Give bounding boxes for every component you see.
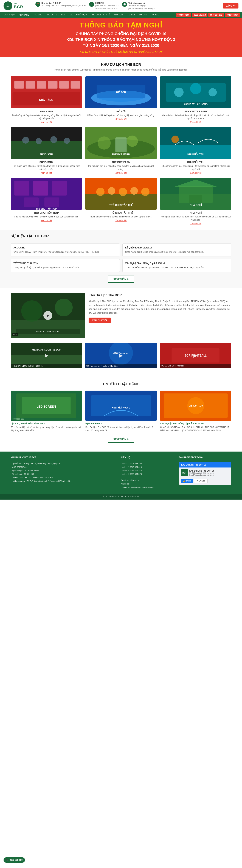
- top-bar: THE BCR 📍 Khu du lịch THE BCR 191 Đường …: [0, 0, 242, 12]
- attractions-section: KHU DU LỊCH THE BCR Khu du lịch nghĩ dưỡ…: [0, 57, 242, 230]
- svg-point-26: [50, 136, 57, 143]
- nha-nghi-see-more[interactable]: Xem chi tiết: [160, 222, 231, 225]
- fb-page-likes: 17.269 người đã thích trang này: [189, 472, 215, 474]
- fb-like-button[interactable]: 👍 Thích: [181, 479, 193, 483]
- logo-bcr: BCR: [14, 5, 23, 9]
- hotline-info: 📞 HOTLINE (028) 038 100 - 0946 664 616 0…: [89, 2, 119, 10]
- phone-btn-2[interactable]: 0983 505 253: [192, 13, 208, 17]
- phone-btn-4[interactable]: 0946 664 616: [225, 13, 240, 17]
- svg-rect-42: [52, 181, 67, 196]
- event-le-quoc-khanh-desc: Chào mừng dịp lễ Quốc Khánh 2/9/2019 KDL…: [125, 250, 229, 254]
- lego-see-more[interactable]: Xem chi tiết: [160, 121, 231, 124]
- nav-gioi-thieu[interactable]: GIỚI THIỆU: [2, 12, 17, 18]
- top-info: 📍 Khu du lịch THE BCR 191 Đường Tám Đa, …: [35, 2, 219, 10]
- nav-tro-choi-tap-the[interactable]: TRÒ CHƠI TẬP THỂ: [89, 12, 112, 18]
- footer-hotline2: Hotline 2: 0946 664 616: [121, 466, 174, 469]
- small-video-1[interactable]: THE BOAT CLUB RESORT ▶ THE BOAT CLUB RES…: [11, 343, 82, 368]
- intro-xem-chi-tiet-button[interactable]: XEM CHI TIẾT: [89, 317, 111, 323]
- nha-nghi-desc: Không khí thiên nhiên và trong lành hứa …: [160, 215, 231, 221]
- small-video-2-label: #10 Promore By Phantore THE BC...: [85, 364, 157, 368]
- ho-boi-see-more[interactable]: Xem chi tiết: [85, 118, 157, 120]
- svg-rect-81: [91, 395, 151, 416]
- events-section: SỰ KIỆN TẠI THE BCR ACOUSTIC CÁC CHẶT TH…: [0, 230, 242, 288]
- footer-hotline1: Hotline 1: 0903 038 100: [121, 462, 174, 466]
- small-video-3[interactable]: BCR PAINTBALL ▶ Khu Du Lịch BCR Paintbal…: [160, 343, 231, 368]
- intro-title: Khu Du Lịch The BCR: [89, 293, 231, 297]
- event-van-nghe: Văn Nghệ Chào Mừng Dịp Lễ 30/4 và ....>>…: [122, 259, 232, 272]
- nav-tro-choi[interactable]: TRÒ CHƠI: [31, 12, 45, 18]
- svg-rect-6: [48, 81, 58, 89]
- nav-ho-boi[interactable]: HỒ BƠI: [125, 12, 137, 18]
- footer-email: Email: info@thebcr.vn: [121, 479, 174, 482]
- footer-mail-gop: phongmachsachnguoicho@gmail.com: [121, 486, 174, 489]
- svg-rect-41: [33, 181, 48, 196]
- small-play-icon-2: ▶: [119, 352, 123, 358]
- svg-text:Hyundai Fest 2: Hyundai Fest 2: [112, 406, 130, 409]
- tro-choi-hon-hop-see-more[interactable]: Xem chi tiết: [11, 219, 82, 222]
- phone-btn-1[interactable]: 0903 038 100: [176, 13, 191, 17]
- ben-tau-see-more[interactable]: Xem chi tiết: [160, 172, 231, 174]
- nha-nghi-name: NHÀ NGHỈ: [160, 211, 231, 214]
- svg-text:NHÀ HÀNG: NHÀ HÀNG: [39, 98, 53, 101]
- attraction-nha-nghi: NHÀ NGHỈ NHÀ NGHỈ Không khí thiên nhiên …: [160, 178, 231, 225]
- view-count: 484: [12, 333, 18, 336]
- logo-the: THE: [14, 3, 23, 5]
- phone-btn-3[interactable]: 0943 934 373: [208, 13, 224, 17]
- footer-contact-title: LIÊN HỆ: [121, 456, 174, 460]
- nav-nha-hang[interactable]: NHÀ HÀNG: [17, 12, 31, 18]
- nav-du-lich[interactable]: DU LỊCH SINH THÁI: [46, 12, 67, 18]
- news-van-nghe: LỄ 30/4 - 1/5 Văn Nghệ Chào Mừng Dịp Lễ …: [160, 391, 231, 432]
- footer-col-contact: LIÊN HỆ Hotline 1: 0903 038 100 Hotline …: [121, 456, 174, 489]
- nha-hang-see-more[interactable]: Xem chi tiết: [11, 121, 82, 124]
- nav-tin-tuc[interactable]: TIN TỨC: [149, 12, 161, 18]
- events-grid: ACOUSTIC CÁC CHẶT THOA THOÁ TẦN HƯỚNG CU…: [11, 244, 231, 272]
- events-xem-them-button[interactable]: XEM THÊM >: [108, 276, 134, 283]
- fb-share-button[interactable]: ↗ Chia sẻ: [194, 479, 208, 483]
- svg-rect-58: [189, 194, 202, 203]
- svg-text:LED SCREEN: LED SCREEN: [37, 405, 56, 408]
- book-button[interactable]: ĐĂNG KÝ: [223, 3, 238, 8]
- logo-area: THE BCR: [4, 1, 32, 10]
- bcr-farm-see-more[interactable]: Xem chi tiết: [85, 172, 157, 174]
- sung-son-name: SÚNG SƠN: [11, 161, 82, 163]
- small-videos-row: THE BOAT CLUB RESORT ▶ THE BOAT CLUB RES…: [0, 343, 242, 373]
- fb-panel-content: BCR Khu Du Lịch The BCR-09 17.269 người …: [179, 467, 231, 485]
- svg-point-1: [8, 4, 8, 5]
- fb-page-follows: 17.527 người theo dõi trang này: [189, 474, 215, 476]
- ben-tau-desc: Chèo thuyền trên một dòng sông Tắc thơ m…: [160, 164, 231, 171]
- play-button[interactable]: ▶: [43, 311, 52, 320]
- event-van-nghe-title: Văn Nghệ Chào Mừng Dịp Lễ 30/4 và: [125, 262, 229, 265]
- svg-point-50: [119, 188, 127, 196]
- sung-son-see-more[interactable]: Xem chi tiết: [11, 172, 82, 174]
- logo-icon: [4, 1, 12, 10]
- svg-rect-43: [24, 197, 39, 207]
- tro-choi-tap-the-see-more[interactable]: Xem chi tiết: [85, 219, 157, 222]
- tro-choi-tap-the-desc: Bánh pháo còn có thể gương bình sơn đó, …: [85, 215, 157, 218]
- news-hyundai-image: Hyundai Fest 2: [85, 391, 157, 421]
- attractions-title: KHU DU LỊCH THE BCR: [0, 57, 242, 68]
- nav-su-kien[interactable]: SỰ KIỆN: [137, 12, 149, 18]
- attraction-ben-tau: KHU BẾN TÀU KHU BẾN TÀU Chèo thuyền trên…: [160, 127, 231, 174]
- attraction-lego: LEGO WATER PARK LEGO WATER PARK Khu vui …: [160, 76, 231, 124]
- lego-name: LEGO WATER PARK: [160, 110, 231, 113]
- nav-nha-nghi[interactable]: NHÀ NGHỈ: [112, 12, 126, 18]
- svg-rect-5: [37, 81, 46, 89]
- hours-detail: Thứ 2 đến thứ 6 ngày:: [128, 5, 146, 7]
- main-video-thumb[interactable]: THE BOAT CLUB RESORT ▶ 484: [11, 293, 85, 338]
- svg-point-18: [174, 88, 184, 97]
- footer-bank: - Ngân hàng: ACB - Số tài khoản: [11, 469, 116, 473]
- news-xem-them-button[interactable]: XEM THÊM >: [108, 436, 134, 443]
- event-tet-trung-thu: TẾT TRUNG THU 2019 Trung thu dịp lễ kỷ n…: [11, 259, 120, 272]
- event-le-quoc-khanh: Lễ Quốc Khánh 2/9/2019 Chào mừng dịp lễ …: [122, 244, 232, 256]
- event-tet-trung-thu-desc: Trung thu dịp lễ kỷ ngày Tết truyền thốn…: [13, 266, 117, 269]
- events-title: SỰ KIỆN TẠI THE BCR: [11, 234, 231, 241]
- small-video-2[interactable]: #10 Promore ▶ #10 Promore By Phantore TH…: [85, 343, 157, 368]
- event-van-nghe-desc: ....>>>>>CHÀO MỪNG DỊP LỄ 30/4 - 1/5 KHU…: [125, 266, 229, 269]
- svg-text:TRÒ CHƠI HỖN HỢP: TRÒ CHƠI HỖN HỢP: [36, 207, 57, 210]
- attraction-ho-boi: HỒ BƠI HỒ BƠI Hồ bơi được thiết kế đẹp t…: [85, 76, 157, 124]
- small-video-1-label: THE BOAT CLUB RESORT 2018 |...: [11, 364, 82, 368]
- nav-dich-vu[interactable]: DỊCH VỤ KẾT HỢP: [67, 12, 89, 18]
- svg-text:THE BCR FARM: THE BCR FARM: [112, 153, 130, 156]
- svg-text:SÚNG SƠN: SÚNG SƠN: [39, 153, 53, 156]
- hours-info: 🕐 Thời gian phục vụ Thứ 2 đến thứ 6 ngày…: [122, 2, 154, 10]
